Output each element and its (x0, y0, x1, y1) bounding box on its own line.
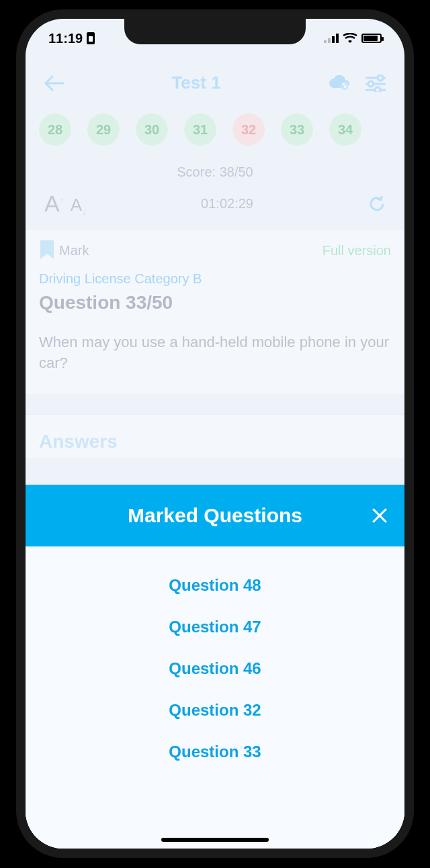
svg-rect-1 (89, 36, 93, 42)
close-icon[interactable] (371, 507, 388, 524)
sim-icon (85, 32, 96, 44)
svg-rect-3 (328, 38, 331, 43)
battery-icon (361, 34, 382, 43)
back-arrow-icon[interactable] (44, 75, 64, 91)
svg-rect-2 (324, 40, 327, 43)
page-title: Test 1 (171, 73, 220, 93)
question-text: When may you use a hand-held mobile phon… (39, 332, 391, 374)
score-text: Score: 38/50 (26, 152, 404, 185)
mark-button[interactable]: Mark (39, 240, 89, 260)
question-chip[interactable]: 32 (232, 113, 265, 146)
home-indicator[interactable] (161, 838, 269, 842)
question-chip[interactable]: 33 (281, 113, 313, 146)
marked-question-item[interactable]: Question 33 (169, 742, 261, 761)
cellular-icon (324, 34, 339, 43)
answers-heading: Answers (26, 414, 404, 458)
wifi-icon (343, 33, 357, 44)
question-chip[interactable]: 29 (87, 113, 120, 146)
marked-question-item[interactable]: Question 48 (169, 576, 261, 595)
question-number-scroller[interactable]: 28293031323334 (26, 107, 404, 152)
marked-question-item[interactable]: Question 47 (169, 618, 261, 636)
timer-text: 01:02:29 (201, 196, 253, 211)
category-label: Driving License Category B (39, 271, 391, 287)
sheet-title: Marked Questions (128, 504, 302, 527)
font-decrease-button[interactable]: A↓ (71, 195, 86, 217)
mark-label: Mark (59, 243, 89, 258)
full-version-link[interactable]: Full version (322, 243, 391, 258)
refresh-icon[interactable] (368, 195, 386, 213)
bookmark-icon (39, 240, 55, 260)
question-chip[interactable]: 28 (39, 113, 71, 146)
cloud-sync-icon[interactable] (328, 75, 351, 92)
phone-notch (124, 19, 306, 44)
font-increase-button[interactable]: A↑ (44, 191, 64, 217)
svg-point-10 (368, 81, 374, 87)
svg-rect-5 (336, 34, 339, 43)
status-time: 11:19 (48, 31, 83, 46)
marked-question-item[interactable]: Question 32 (169, 701, 261, 720)
question-chip[interactable]: 30 (136, 113, 168, 146)
svg-point-12 (375, 87, 380, 92)
question-counter: Question 33/50 (39, 292, 391, 314)
question-chip[interactable]: 31 (184, 113, 216, 146)
settings-sliders-icon[interactable] (366, 75, 386, 92)
marked-questions-sheet: Marked Questions Question 48Question 47Q… (26, 485, 404, 849)
svg-point-8 (378, 75, 383, 81)
svg-rect-4 (332, 36, 335, 43)
marked-question-item[interactable]: Question 46 (169, 659, 261, 678)
question-chip[interactable]: 34 (329, 113, 361, 146)
